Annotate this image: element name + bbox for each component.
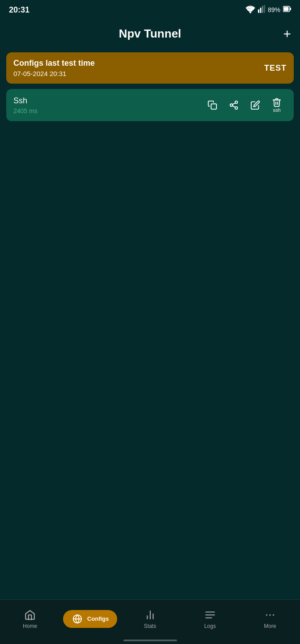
- battery-text: 89%: [268, 6, 280, 13]
- svg-rect-6: [284, 7, 289, 11]
- nav-label-more: More: [264, 623, 276, 629]
- svg-rect-7: [211, 104, 216, 109]
- nav-item-logs[interactable]: Logs: [180, 609, 240, 629]
- logs-icon: [204, 609, 216, 621]
- test-button[interactable]: TEST: [264, 64, 287, 73]
- svg-point-23: [273, 614, 274, 615]
- config-name: Ssh: [13, 96, 38, 106]
- delete-button[interactable]: ssh: [267, 95, 287, 115]
- home-indicator: [123, 640, 177, 641]
- add-button[interactable]: +: [283, 27, 291, 41]
- stats-icon: [144, 609, 156, 621]
- nav-item-home[interactable]: Home: [0, 609, 60, 629]
- delete-button-label: ssh: [273, 107, 280, 113]
- nav-label-home: Home: [23, 623, 37, 629]
- svg-rect-3: [264, 5, 265, 13]
- nav-item-stats[interactable]: Stats: [120, 609, 180, 629]
- svg-rect-0: [258, 9, 259, 13]
- copy-button[interactable]: [203, 95, 222, 115]
- battery-icon: [283, 6, 291, 14]
- config-actions: ssh: [203, 95, 287, 115]
- nav-label-logs: Logs: [204, 623, 216, 629]
- home-icon: [24, 609, 36, 621]
- test-banner-info: Configs last test time 07-05-2024 20:31: [13, 59, 95, 77]
- test-banner: Configs last test time 07-05-2024 20:31 …: [6, 52, 294, 84]
- svg-line-11: [232, 106, 235, 107]
- main-content: Configs last test time 07-05-2024 20:31 …: [0, 48, 300, 126]
- more-icon: [264, 609, 276, 621]
- status-bar: 20:31 89%: [0, 0, 300, 20]
- svg-point-22: [269, 614, 270, 615]
- status-time: 20:31: [9, 5, 30, 15]
- configs-active-pill: Configs: [63, 610, 117, 628]
- page-title: Npv Tunnel: [119, 27, 182, 41]
- globe-icon: [71, 613, 84, 625]
- header: Npv Tunnel +: [0, 20, 300, 48]
- nav-label-stats: Stats: [144, 623, 156, 629]
- svg-line-12: [232, 103, 235, 105]
- edit-button[interactable]: [245, 95, 265, 115]
- signal-icon: [258, 5, 265, 15]
- share-button[interactable]: [224, 95, 244, 115]
- wifi-icon: [245, 4, 255, 16]
- svg-rect-1: [260, 8, 261, 13]
- config-item: Ssh 2405 ms: [6, 89, 294, 121]
- test-banner-date: 07-05-2024 20:31: [13, 70, 95, 77]
- svg-rect-2: [262, 6, 263, 13]
- nav-item-configs[interactable]: Configs: [60, 610, 120, 628]
- status-icons: 89%: [245, 4, 291, 16]
- nav-label-configs: Configs: [87, 615, 109, 622]
- config-item-info: Ssh 2405 ms: [13, 96, 38, 114]
- svg-point-21: [266, 614, 267, 615]
- bottom-nav: Home Configs Stats: [0, 599, 300, 644]
- test-banner-title: Configs last test time: [13, 59, 95, 68]
- config-latency: 2405 ms: [13, 107, 38, 114]
- nav-item-more[interactable]: More: [240, 609, 300, 629]
- svg-rect-5: [290, 8, 292, 10]
